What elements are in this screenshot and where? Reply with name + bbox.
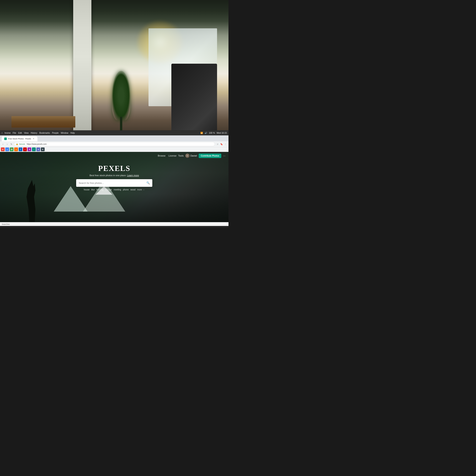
pexels-navbar: Browse ▾ License Tools D Daniel Contribu… (0, 152, 228, 160)
browse-label: Browse (158, 154, 166, 157)
tag-phone[interactable]: phone (123, 188, 129, 191)
tag-blur[interactable]: blur (91, 188, 95, 191)
menubar-right: 📶 🔊 100 % Wed 16:15 (200, 132, 227, 134)
tag-vintage[interactable]: vintage (105, 188, 112, 191)
url-text: https://www.pexels.com (27, 143, 47, 145)
user-avatar: D (185, 153, 189, 158)
pexels-hero-section: Browse ▾ License Tools D Daniel Contribu… (0, 152, 228, 222)
active-tab[interactable]: Free Stock Photos · Pexels × (2, 136, 37, 141)
hero-tagline: Best free stock photos in one place. Lea… (4, 174, 224, 177)
search-bar[interactable]: 🔍 (76, 179, 152, 187)
volume-icon: 🔊 (204, 132, 207, 134)
menu-bookmarks[interactable]: Bookmarks (39, 132, 50, 134)
background-photo (0, 0, 228, 142)
hero-content: PEXELS Best free stock photos in one pla… (0, 160, 228, 194)
ext-orange[interactable]: ● (14, 147, 18, 151)
ext-indigo[interactable]: ■ (36, 147, 40, 151)
tag-training[interactable]: training (97, 188, 103, 191)
search-submit-icon[interactable]: 🔍 (146, 181, 150, 185)
browser-statusbar: Searches (0, 222, 228, 226)
menu-window[interactable]: Window (61, 132, 68, 134)
forward-button[interactable]: › (5, 142, 9, 146)
nav-browse-item[interactable]: Browse ▾ (158, 154, 167, 157)
pexels-website: Browse ▾ License Tools D Daniel Contribu… (0, 152, 228, 222)
office-desk (11, 116, 75, 128)
more-menu-button[interactable]: ⋮ (224, 142, 227, 146)
tag-wood[interactable]: wood (130, 188, 136, 191)
plant-leaves (112, 71, 130, 120)
ext-purple[interactable]: ◆ (28, 147, 31, 151)
office-plant (110, 64, 133, 135)
system-menubar:  hrome File Edit View History Bookmarks… (0, 131, 228, 136)
tag-meeting[interactable]: meeting (114, 188, 121, 191)
menu-history[interactable]: History (31, 132, 37, 134)
monitor-screen:  hrome File Edit View History Bookmarks… (0, 130, 228, 228)
keyboard-bezel (0, 226, 228, 228)
menu-edit[interactable]: Edit (18, 132, 22, 134)
wifi-icon: 📶 (200, 132, 203, 134)
office-chair (171, 64, 217, 141)
pexels-brand-title: PEXELS (4, 164, 224, 173)
menu-chrome[interactable]: hrome (5, 132, 11, 134)
tab-title: Free Stock Photos · Pexels (8, 138, 31, 140)
nav-tools-link[interactable]: Tools (178, 154, 184, 157)
back-button[interactable]: ‹ (1, 142, 5, 146)
browse-chevron-icon: ▾ (166, 155, 167, 157)
status-text: Searches (2, 223, 10, 225)
menubar-left:  hrome File Edit View History Bookmarks… (2, 132, 75, 134)
menu-help[interactable]: Help (70, 132, 75, 134)
bookmark-star-icon[interactable]: ☆ (216, 142, 219, 146)
ext-red[interactable]: ● (23, 147, 27, 151)
learn-more-link[interactable]: Learn more (127, 174, 139, 177)
battery-label: 100 % (209, 132, 215, 134)
menu-file[interactable]: File (13, 132, 16, 134)
search-input[interactable] (79, 182, 146, 184)
menu-apple[interactable]:  (2, 132, 2, 134)
tag-more[interactable]: more → (137, 188, 145, 191)
tab-favicon (4, 137, 7, 140)
reload-button[interactable]: ↻ (10, 142, 13, 146)
menu-view[interactable]: View (24, 132, 29, 134)
calendar-icon[interactable]: 📅 (10, 147, 14, 151)
tag-house[interactable]: house (84, 188, 89, 191)
nav-buttons: ‹ › ↻ (1, 142, 13, 146)
page-wrapper:  hrome File Edit View History Bookmarks… (0, 0, 228, 228)
extensions-bar: M ▲ 📅 ● P ● ◆ (0, 147, 228, 152)
gmail-icon[interactable]: M (1, 147, 5, 151)
office-column (73, 0, 91, 142)
contribute-photos-button[interactable]: Contribute Photos (199, 153, 221, 158)
menu-people[interactable]: People (52, 132, 59, 134)
screen-inner:  hrome File Edit View History Bookmarks… (0, 131, 228, 226)
browser-tabbar: Free Stock Photos · Pexels × (0, 136, 228, 141)
extension-icon-1[interactable]: 🔖 (220, 142, 223, 146)
search-tags-row: house blur training vintage meeting phon… (4, 188, 224, 191)
clock-label: Wed 16:15 (217, 132, 227, 134)
address-bar: ‹ › ↻ 🔒 Secure https://www.pexels.com ☆ … (0, 141, 228, 147)
url-field[interactable]: 🔒 Secure https://www.pexels.com (14, 142, 215, 146)
user-name-label: Daniel (190, 154, 197, 157)
nav-user-area[interactable]: D Daniel (185, 153, 197, 158)
toolbar-right-icons: ☆ 🔖 ⋮ (216, 142, 227, 146)
gdrive-icon[interactable]: ▲ (5, 147, 9, 151)
nav-license-link[interactable]: License (168, 154, 176, 157)
secure-icon: 🔒 (16, 143, 18, 145)
nav-more-button[interactable]: ··· (223, 154, 225, 157)
ext-blue[interactable]: P (19, 147, 22, 151)
tab-close-button[interactable]: × (32, 137, 35, 140)
ext-teal[interactable]: ⬡ (32, 147, 36, 151)
ext-dark[interactable]: ▶ (41, 147, 45, 151)
secure-label: Secure (19, 143, 25, 145)
